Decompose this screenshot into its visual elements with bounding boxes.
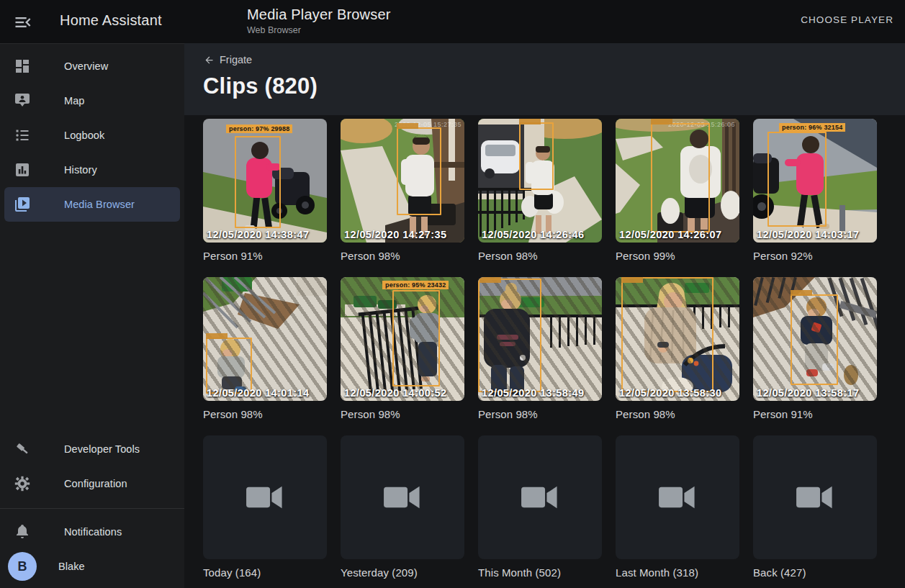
sidebar: Overview Map Logbook [0, 43, 184, 588]
clip-thumbnail: person: 96% 32154 12/05/2020 14:03:17 [753, 119, 877, 243]
clip-card[interactable]: 12/05/2020 13:58:17 Person 91% [753, 277, 877, 420]
clip-timestamp: 12/05/2020 14:00:52 [344, 386, 446, 399]
sidebar-item-map[interactable]: Map [4, 83, 180, 118]
page-title: Media Player Browser [247, 6, 391, 23]
clip-caption: Person 98% [341, 408, 464, 420]
folder-card-this-month[interactable]: This Month (502) [478, 435, 602, 579]
detection-label [479, 277, 501, 283]
page-heading: Clips (820) [203, 73, 318, 99]
clip-timestamp: 12/05/2020 14:38:47 [207, 228, 309, 240]
play-box-multiple-icon [14, 196, 31, 213]
detection-label: person: 97% 29988 [226, 125, 292, 133]
clip-card[interactable]: 2020-12-05 15:26:06 12/05/2020 14:26:07 … [616, 119, 739, 262]
folder-label: This Month (502) [478, 566, 602, 579]
clip-caption: Person 98% [478, 250, 602, 262]
clip-thumbnail: person: 97% 29988 12/05/2020 14:38:47 [203, 119, 327, 243]
media-browser-header: Frigate Clips (820) [184, 43, 905, 115]
clip-thumbnail: 2020-12-05 15:26:06 12/05/2020 14:26:07 [616, 119, 739, 243]
clip-timestamp: 12/05/2020 13:58:30 [619, 386, 721, 399]
clip-card[interactable]: person: 95% 23432 12/05/2020 14:00:52 Pe… [341, 277, 464, 420]
menu-open-icon[interactable] [13, 12, 33, 31]
clip-timestamp: 12/05/2020 14:26:07 [619, 228, 721, 240]
gear-icon [14, 475, 31, 492]
clip-timestamp: 12/05/2020 13:58:17 [757, 386, 859, 399]
avatar: B [8, 552, 37, 581]
detection-label [791, 290, 812, 296]
folder-card-last-month[interactable]: Last Month (318) [616, 435, 739, 579]
video-icon [241, 481, 289, 513]
sidebar-item-logbook[interactable]: Logbook [4, 118, 180, 153]
clip-timestamp: 12/05/2020 14:01:14 [207, 386, 309, 399]
detection-label [651, 119, 672, 125]
folder-thumbnail [203, 435, 327, 559]
folder-label: Back (427) [753, 566, 877, 579]
sidebar-item-configuration[interactable]: Configuration [4, 466, 180, 501]
detection-box [621, 277, 713, 392]
bell-icon [14, 523, 31, 540]
app-bar: Home Assistant Media Player Browser Web … [0, 0, 905, 43]
sidebar-item-developer-tools[interactable]: Developer Tools [4, 432, 180, 466]
clip-card[interactable]: 2020-12-05 15:27:35 12/05/2020 14:27:35 … [341, 119, 464, 262]
clip-timestamp: 12/05/2020 14:03:17 [757, 228, 859, 240]
sidebar-item-notifications[interactable]: Notifications [4, 515, 180, 549]
clip-caption: Person 91% [203, 250, 327, 262]
clip-card[interactable]: 12/05/2020 13:58:30 Person 98% [616, 277, 739, 420]
detection-label: person: 96% 32154 [779, 123, 845, 132]
clip-timestamp: 12/05/2020 13:58:49 [482, 386, 584, 399]
user-name: Blake [58, 561, 85, 572]
folder-thumbnail [478, 435, 602, 559]
media-grid: person: 97% 29988 12/05/2020 14:38:47 Pe… [184, 115, 905, 588]
folder-thumbnail [616, 435, 739, 559]
hammer-icon [14, 440, 31, 458]
sidebar-item-history[interactable]: History [4, 153, 180, 187]
folder-label: Today (164) [203, 566, 327, 579]
clip-card[interactable]: 12/05/2020 13:58:49 Person 98% [478, 277, 602, 420]
video-icon [379, 481, 426, 513]
clip-thumbnail: 2020-12-05 15:27:35 12/05/2020 14:27:35 [341, 119, 464, 243]
tooltip-account-icon [14, 92, 31, 109]
sidebar-item-media-browser[interactable]: Media Browser [4, 187, 180, 222]
detection-box [206, 338, 252, 394]
detection-box [519, 122, 554, 190]
folder-label: Last Month (318) [616, 566, 739, 579]
video-icon [791, 481, 839, 513]
clip-card[interactable]: person: 97% 29988 12/05/2020 14:38:47 Pe… [203, 119, 327, 262]
video-icon [516, 481, 564, 513]
clip-thumbnail: 12/05/2020 14:01:14 [203, 277, 327, 401]
detection-box [791, 294, 838, 385]
clip-caption: Person 98% [478, 408, 602, 420]
sidebar-divider [0, 508, 184, 509]
app-title: Home Assistant [60, 12, 162, 29]
clip-timestamp: 12/05/2020 14:26:46 [482, 228, 584, 240]
detection-box [392, 290, 440, 386]
clip-thumbnail: 12/05/2020 13:58:30 [616, 277, 739, 401]
detection-label [621, 277, 643, 283]
clip-caption: Person 91% [753, 408, 877, 420]
folder-card-yesterday[interactable]: Yesterday (209) [341, 435, 464, 579]
back-arrow-icon [204, 55, 215, 65]
sidebar-item-overview[interactable]: Overview [4, 49, 180, 83]
breadcrumb-back[interactable]: Frigate [204, 54, 252, 65]
clip-card[interactable]: 12/05/2020 14:01:14 Person 98% [203, 277, 327, 420]
folder-card-back[interactable]: Back (427) [753, 435, 877, 579]
clip-thumbnail: 12/05/2020 13:58:17 [753, 277, 877, 401]
detection-box [478, 279, 541, 392]
page-subtitle: Web Browser [247, 25, 391, 35]
folder-thumbnail [753, 435, 877, 559]
clip-thumbnail: person: 95% 23432 12/05/2020 14:00:52 [341, 277, 464, 401]
choose-player-button[interactable]: CHOOSE PLAYER [801, 14, 893, 25]
clip-card[interactable]: 12/05/2020 14:26:46 Person 98% [478, 119, 602, 262]
detection-label [519, 119, 541, 125]
list-bulleted-icon [14, 127, 31, 144]
clip-caption: Person 98% [203, 408, 327, 420]
folder-label: Yesterday (209) [341, 566, 464, 579]
chart-box-icon [14, 161, 31, 178]
folder-card-today[interactable]: Today (164) [203, 435, 327, 579]
detection-box [767, 132, 827, 227]
clip-caption: Person 92% [753, 250, 877, 262]
clip-timestamp: 12/05/2020 14:27:35 [344, 228, 446, 240]
clip-thumbnail: 12/05/2020 13:58:49 [478, 277, 602, 401]
detection-box [651, 123, 710, 232]
clip-card[interactable]: person: 96% 32154 12/05/2020 14:03:17 Pe… [753, 119, 877, 262]
sidebar-item-user[interactable]: B Blake [4, 549, 180, 584]
